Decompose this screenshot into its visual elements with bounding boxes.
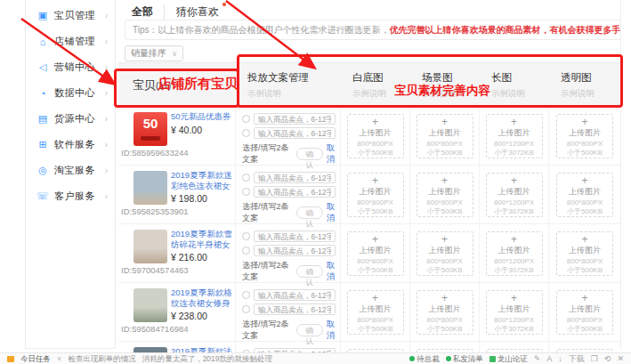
sidebar-item[interactable]: ⌂ 店铺管理 › (26, 28, 115, 54)
upload-white-bg-box[interactable]: + 上传图片 800*800PX 小于500KB (347, 114, 404, 158)
example-note[interactable]: 示例说明 (491, 88, 549, 100)
plus-icon: + (348, 175, 403, 187)
upload-white-bg-box[interactable]: + 上传图片 800*800PX 小于500KB (347, 173, 404, 217)
sidebar-item[interactable]: ☏ 客户服务 › (26, 183, 115, 209)
product-name-link[interactable]: 2019夏季新款雪纺碎花半身裙女中长款高腰白 (171, 229, 235, 249)
selling-point-input-2[interactable] (254, 303, 336, 315)
cancel-button[interactable]: 取消 (327, 201, 340, 224)
selling-point-input-1[interactable] (254, 289, 336, 301)
upload-limit-hint: 小于500KB (348, 207, 403, 216)
selling-point-checkbox[interactable] (242, 174, 250, 182)
window-icon[interactable]: ❐ (591, 353, 598, 364)
example-note[interactable]: 示例说明 (247, 88, 341, 100)
selling-point-checkbox[interactable] (242, 188, 250, 196)
upload-transparent-box[interactable]: + 上传图片 800*800PX 小于500KB (556, 114, 613, 158)
upload-scene-box[interactable]: + 上传图片 800*800PX 小于500KB (417, 231, 473, 276)
chevron-down-icon[interactable]: ∨ (57, 353, 61, 364)
plus-icon: + (417, 234, 473, 246)
upload-transparent-box[interactable]: + 上传图片 800*800PX 小于500KB (556, 231, 613, 276)
sidebar-item[interactable]: ◎ 淘宝服务 › (26, 158, 115, 183)
product-name-link[interactable]: 50元新品优惠券 (171, 111, 235, 122)
upload-scene-box[interactable]: + 上传图片 800*800PX 小于500KB (417, 114, 473, 158)
upload-white-bg-box[interactable]: + 上传图片 800*800PX 小于500KB (347, 231, 404, 276)
copy-note: 选择/填写2条文案 (242, 142, 293, 166)
sidebar-item-label: 客户服务 (54, 190, 105, 203)
pen-icon[interactable]: ✎ (534, 353, 541, 364)
sidebar-item[interactable]: ▤ 货源中心 › (26, 106, 115, 132)
table-header: 宝贝(11) 投放文案管理 示例说明 白底图 示例说明 场景图 示例说明 长图 … (118, 62, 620, 107)
status-tag-3[interactable]: 龙山论证 (489, 353, 528, 364)
upload-limit-hint: 小于500KB (557, 149, 612, 158)
upload-long-box[interactable]: + 上传图片 800*1200PX 小于3072KB (486, 290, 543, 335)
cancel-button[interactable]: 取消 (327, 142, 340, 166)
product-name-link[interactable]: 2019夏季新款格纹连衣裙女修身显瘦小众网红 (171, 287, 235, 308)
upload-limit-hint: 小于500KB (348, 325, 403, 334)
status-tag-2[interactable]: 私发清单 (446, 353, 483, 364)
example-note[interactable]: 示例说明 (561, 88, 620, 100)
selling-point-checkbox[interactable] (242, 232, 250, 240)
upload-size-hint: 800*800PX (557, 316, 612, 325)
product-name-link[interactable]: 2019夏季新款迷彩纯色连衣裙女短裙短袖T恤中长款 (171, 170, 235, 190)
selling-point-input-1[interactable] (254, 113, 336, 125)
sidebar-item-label: 淘宝服务 (54, 164, 105, 177)
upload-size-hint: 800*800PX (417, 316, 473, 325)
selling-point-input-2[interactable] (254, 127, 336, 139)
selling-point-checkbox[interactable] (242, 305, 250, 313)
selling-point-checkbox[interactable] (242, 291, 250, 299)
upload-limit-hint: 小于500KB (557, 207, 612, 216)
undo-icon[interactable]: ⟲ (604, 353, 611, 364)
upload-scene-box[interactable]: + 上传图片 800*800PX 小于500KB (417, 173, 473, 217)
selling-point-input-2[interactable] (254, 186, 336, 198)
sidebar-item[interactable]: ◔ 数据中心 › (26, 80, 115, 106)
upload-label: 上传图片 (417, 304, 473, 313)
upload-label: 上传图片 (348, 128, 403, 137)
upload-transparent-box[interactable]: + 上传图片 800*800PX 小于500KB (556, 173, 613, 217)
upload-label: 上传图片 (487, 304, 542, 313)
selling-point-input-1[interactable] (254, 231, 336, 242)
sort-label: 销量排序 (131, 47, 166, 60)
sidebar-item-label: 营销中心 (54, 61, 105, 74)
close-icon[interactable]: ✕ (617, 353, 624, 364)
upload-white-bg-box[interactable]: + 上传图片 800*800PX 小于500KB (347, 290, 404, 335)
confirm-button[interactable]: 确认 (296, 324, 323, 336)
selling-point-input-2[interactable] (254, 245, 336, 256)
cancel-button[interactable]: 取消 (327, 319, 340, 342)
download-label[interactable]: 下载 (569, 353, 585, 364)
download-icon[interactable]: ↓ (558, 353, 562, 364)
example-note[interactable]: 示例说明 (352, 88, 410, 100)
selling-point-checkbox[interactable] (242, 129, 250, 137)
confirm-button[interactable]: 确认 (296, 265, 323, 278)
sidebar-item[interactable]: ◁ 营销中心 › (26, 54, 115, 80)
selling-point-checkbox[interactable] (242, 115, 250, 123)
upload-limit-hint: 小于500KB (348, 266, 403, 275)
column-header-copywriting: 投放文案管理 示例说明 (236, 63, 341, 107)
copy-note: 选择/填写2条文案 (242, 201, 293, 224)
sort-dropdown[interactable]: 销量排序 ∨ (125, 45, 183, 61)
confirm-button[interactable]: 确认 (296, 148, 323, 160)
upload-transparent-box[interactable]: + 上传图片 800*800PX 小于500KB (556, 290, 613, 335)
sidebar-item[interactable]: ⊞ 软件服务 › (26, 132, 115, 158)
selling-point-input-1[interactable] (254, 172, 336, 183)
upload-scene-box[interactable]: + 上传图片 800*800PX 小于500KB (417, 290, 473, 335)
product-image[interactable]: 50 (133, 112, 167, 146)
task-label[interactable]: 今日任务 (20, 353, 51, 364)
cancel-button[interactable]: 取消 (327, 260, 340, 283)
sidebar-item[interactable]: ▣ 宝贝管理 › (26, 3, 115, 28)
product-image[interactable] (133, 288, 167, 322)
folder-icon (7, 356, 14, 362)
tab-all[interactable]: 全部 (132, 4, 164, 20)
status-tag-1[interactable]: 待总裁 (409, 353, 440, 364)
upload-size-hint: 800*1200PX (487, 316, 542, 325)
upload-long-box[interactable]: + 上传图片 800*1200PX 小于3072KB (486, 231, 543, 276)
confirm-button[interactable]: 确认 (296, 206, 323, 219)
green-dot-icon (409, 356, 415, 361)
product-image[interactable] (133, 230, 167, 263)
selling-point-checkbox[interactable] (242, 247, 250, 255)
upload-long-box[interactable]: + 上传图片 800*1200PX 小于3072KB (486, 114, 543, 158)
text-tool-icon[interactable]: A (546, 353, 552, 364)
plus-icon: + (557, 293, 612, 304)
upload-long-box[interactable]: + 上传图片 800*1200PX 小于3072KB (486, 173, 543, 217)
tab-guess-you-like[interactable]: 猜你喜欢 (164, 4, 230, 20)
example-note[interactable]: 示例说明 (422, 88, 480, 100)
product-image[interactable] (133, 171, 167, 205)
